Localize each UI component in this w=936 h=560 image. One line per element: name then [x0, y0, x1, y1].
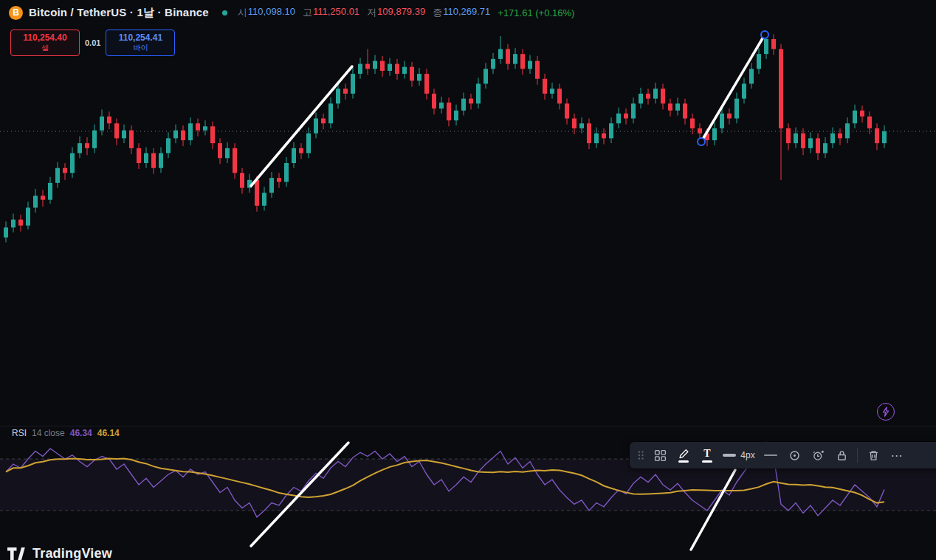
candle	[867, 111, 872, 134]
candle	[107, 111, 111, 129]
candle	[328, 97, 333, 128]
text-color-tool[interactable]: T	[696, 444, 718, 466]
symbol-legend-bar: B Bitcoin / TetherUS · 1날 · Binance 시110…	[0, 0, 936, 25]
lightning-icon	[881, 407, 890, 417]
candle	[675, 97, 680, 115]
candle	[461, 93, 466, 116]
candle	[712, 122, 717, 145]
candle	[875, 123, 879, 150]
rsi-indicator-name[interactable]: RSI	[12, 428, 27, 438]
candle	[742, 77, 746, 103]
toolbar-separator	[857, 448, 858, 463]
sell-button[interactable]: 110,254.40 셀	[10, 30, 80, 56]
candle	[424, 69, 429, 100]
rsi-legend[interactable]: RSI 14 close 46.34 46.14	[12, 428, 120, 438]
candle	[476, 77, 481, 108]
text-tool-icon: T	[703, 449, 710, 459]
candle	[33, 189, 38, 212]
candle	[410, 62, 414, 87]
template-grid-icon[interactable]	[649, 444, 671, 466]
trend-line-drawing[interactable]	[701, 35, 765, 142]
buy-button[interactable]: 110,254.41 바이	[106, 30, 175, 56]
line-width-selector[interactable]: 4px	[720, 444, 758, 466]
market-status-dot[interactable]	[222, 10, 227, 15]
delete-icon[interactable]	[862, 444, 884, 466]
trendline-handle[interactable]	[698, 138, 705, 145]
candle	[565, 99, 569, 125]
candle	[771, 34, 776, 55]
candle	[92, 125, 97, 153]
candle	[639, 88, 643, 108]
candle	[484, 63, 488, 89]
open-value: 시110,098.10	[238, 6, 295, 19]
candle	[749, 63, 754, 89]
line-color-pencil-icon[interactable]	[672, 444, 695, 466]
candle	[70, 147, 75, 178]
candle	[380, 56, 385, 77]
lightning-mode-button[interactable]	[877, 403, 895, 421]
candle	[491, 53, 495, 74]
candle	[388, 58, 392, 76]
symbol-title[interactable]: Bitcoin / TetherUS · 1날 · Binance	[29, 6, 209, 20]
change-value: +171.61 (+0.16%)	[498, 7, 574, 18]
candle	[4, 221, 8, 242]
candle	[358, 58, 362, 79]
pane-separator[interactable]	[0, 426, 936, 426]
lock-icon[interactable]	[830, 444, 853, 466]
candle	[734, 93, 739, 124]
trendline-handle[interactable]	[761, 31, 768, 38]
rsi-current-value: 46.34	[70, 428, 92, 438]
tradingview-logo-text: TradingView	[32, 546, 112, 560]
candle	[159, 147, 163, 173]
candle	[646, 89, 650, 105]
tradingview-logo[interactable]: TradingView	[7, 546, 112, 560]
pencil-color-swatch	[678, 460, 689, 463]
rsi-indicator-params: 14 close	[32, 428, 65, 438]
candle	[550, 83, 554, 99]
candle	[727, 108, 732, 125]
more-options-icon[interactable]: ⋯	[886, 444, 908, 466]
candle	[830, 128, 835, 148]
ohlc-values: 시110,098.10 고111,250.01 저109,879.39 종110…	[238, 6, 575, 19]
spread-value: 0.01	[85, 38, 100, 47]
candle	[498, 36, 503, 64]
candle	[602, 128, 606, 145]
price-chart[interactable]	[0, 26, 936, 426]
candle	[698, 123, 702, 139]
candle	[210, 122, 215, 150]
candle	[823, 137, 827, 158]
candle	[579, 117, 584, 134]
candle	[144, 147, 148, 167]
tradingview-logomark	[7, 547, 27, 560]
candle	[321, 114, 326, 130]
candle	[26, 201, 30, 229]
candle	[757, 48, 761, 74]
candle	[816, 134, 820, 160]
toolbar-drag-handle-icon[interactable]	[634, 444, 647, 466]
line-style-selector[interactable]	[760, 444, 782, 466]
add-alert-icon[interactable]	[807, 444, 829, 466]
candle	[653, 83, 658, 103]
candle	[402, 61, 407, 79]
candle	[277, 173, 281, 187]
trend-line-drawing[interactable]	[251, 66, 352, 186]
candle	[616, 108, 621, 128]
settings-icon[interactable]	[783, 444, 805, 466]
drawing-floating-toolbar: T 4px ⋯	[630, 442, 936, 469]
candle	[225, 142, 230, 163]
candle	[78, 136, 82, 159]
candle	[343, 83, 348, 100]
tradingview-chart-window: B Bitcoin / TetherUS · 1날 · Binance 시110…	[0, 0, 936, 560]
candle	[306, 128, 311, 159]
candle	[860, 106, 864, 122]
candle	[122, 125, 126, 144]
candle	[439, 97, 444, 114]
candle	[447, 97, 451, 126]
candle	[218, 138, 222, 164]
bitcoin-icon: B	[9, 6, 23, 20]
rsi-ma-value: 46.14	[97, 428, 120, 438]
candle	[48, 177, 52, 204]
candle	[557, 83, 562, 109]
candle	[188, 117, 193, 145]
candle	[661, 83, 665, 109]
